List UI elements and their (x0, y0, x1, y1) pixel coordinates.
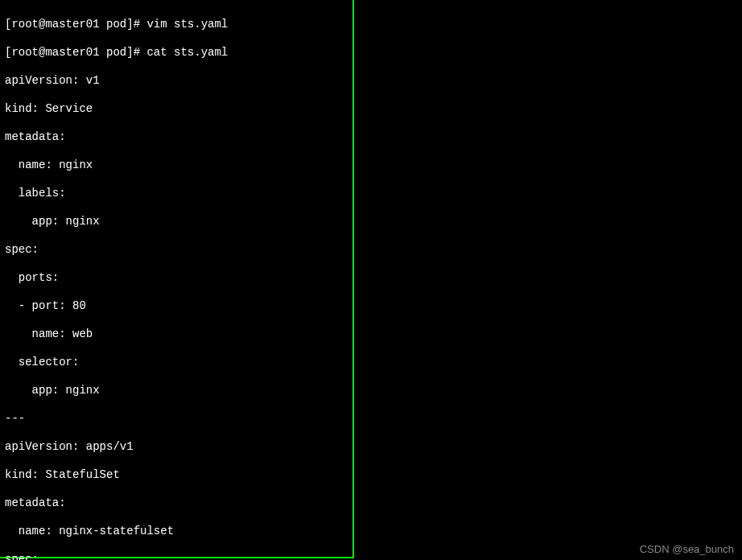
command-text: vim sts.yaml (146, 18, 228, 31)
yaml-line: spec: (5, 553, 348, 561)
yaml-line: --- (5, 412, 348, 426)
yaml-line: labels: (5, 187, 348, 201)
yaml-line: ports: (5, 271, 348, 286)
command-text: cat sts.yaml (146, 46, 228, 59)
yaml-line: name: nginx (5, 159, 348, 173)
yaml-line: selector: (5, 356, 348, 370)
terminal-window[interactable]: [root@master01 pod]# vim sts.yaml [root@… (0, 0, 354, 558)
yaml-line: metadata: (5, 130, 348, 145)
yaml-line: apiVersion: apps/v1 (5, 440, 348, 455)
yaml-line: - port: 80 (5, 299, 348, 314)
yaml-line: spec: (5, 243, 348, 257)
yaml-line: name: web (5, 327, 348, 342)
yaml-line: app: nginx (5, 384, 348, 398)
yaml-line: apiVersion: v1 (5, 74, 348, 89)
yaml-line: app: nginx (5, 215, 348, 229)
watermark-text: CSDN @sea_bunch (640, 543, 734, 555)
shell-prompt: [root@master01 pod]# (5, 46, 146, 59)
yaml-line: kind: Service (5, 102, 348, 117)
shell-prompt: [root@master01 pod]# (5, 18, 146, 31)
yaml-line: metadata: (5, 496, 348, 511)
yaml-line: kind: StatefulSet (5, 468, 348, 483)
yaml-line: name: nginx-statefulset (5, 525, 348, 539)
